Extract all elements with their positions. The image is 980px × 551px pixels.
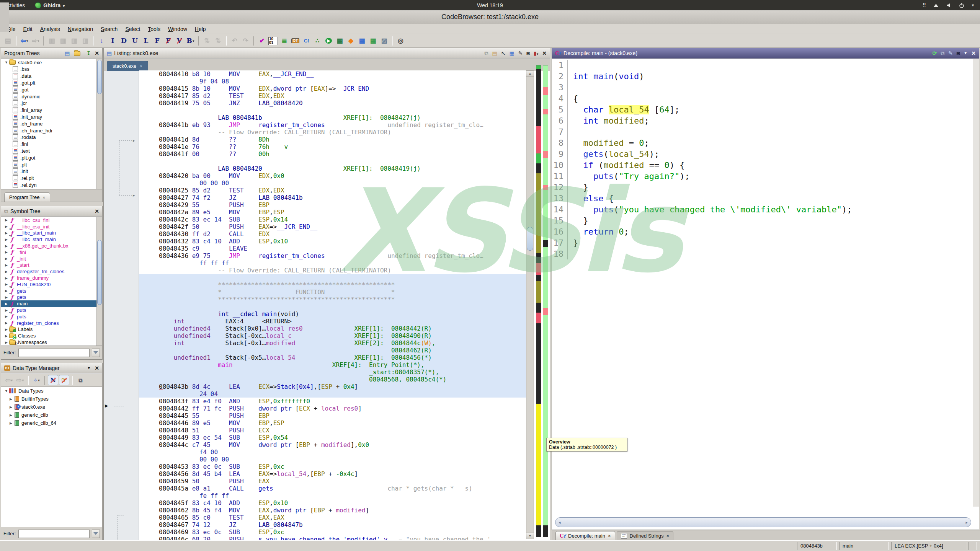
program-trees-close-icon[interactable]: ✕ [95, 50, 99, 56]
run-icon[interactable]: ▶ [323, 36, 334, 46]
listing-line[interactable] [139, 158, 526, 165]
menu-help[interactable]: Help [191, 25, 210, 33]
symbol--libc-csu-init[interactable]: ▶ƒ__libc_csu_init [1, 223, 96, 230]
listing-line[interactable]: 0804843f 83 e4 f0 AND ESP,0xfffffff0 [139, 398, 526, 405]
new-tree-icon[interactable]: ▤ [65, 51, 70, 56]
decompile-line-8[interactable]: 8 modified = 0; [552, 137, 973, 148]
function-f-icon[interactable]: F [152, 36, 162, 46]
re-decompile-icon[interactable]: ⟳ [932, 51, 937, 56]
symbol-labels[interactable]: ▶Labels [1, 326, 96, 333]
script-manager-icon[interactable]: ≣ [279, 36, 289, 46]
listing-code-area[interactable]: 08048410 b8 10 MOV EAX,__JCR_END__ 9f 04… [139, 70, 526, 540]
listing-line[interactable]: int __cdecl main(void) [139, 310, 526, 318]
call-graph-icon[interactable]: ∴ [312, 36, 323, 46]
menu-select[interactable]: Select [121, 25, 144, 33]
listing-line[interactable]: 0804842a 89 e5 MOV EBP,ESP [139, 209, 526, 216]
dtm-header[interactable]: DT Data Type Manager ▼ ✕ [1, 363, 102, 373]
program-tree-section.got.plt[interactable]: .got.plt [1, 80, 96, 86]
listing-line[interactable] [139, 303, 526, 310]
copy-icon[interactable]: ⧉ [941, 51, 944, 56]
decompile-line-10[interactable]: 10 if (modified == 0) { [552, 160, 973, 171]
binary-view-icon[interactable]: 10 01 [268, 36, 278, 46]
redo-icon[interactable]: ↷ [240, 36, 251, 46]
tab-program-tree[interactable]: Program Tree× [4, 192, 50, 202]
listing-line[interactable]: 08048453 83 ec 0c SUB ESP,0xc [139, 463, 526, 470]
listing-line[interactable]: f4 00 [139, 448, 526, 456]
program-tree-root[interactable]: ▼stack0.exe [1, 59, 96, 66]
decompile-line-15[interactable]: 15 } [552, 215, 973, 226]
listing-line[interactable]: 08048436 e9 75 JMP register_tm_clones un… [139, 252, 526, 259]
decompile-line-5[interactable]: 5 char local_54 [64]; [552, 104, 973, 115]
dtm-filter-funnel-icon[interactable] [92, 530, 100, 538]
scroll-up-icon[interactable]: ▲ [526, 71, 534, 77]
listing-line[interactable]: -- Flow Override: CALL_RETURN (CALL_TERM… [139, 267, 526, 274]
dtm-archive-generic-clib-64[interactable]: ▶generic_clib_64 [1, 419, 102, 427]
listing-line[interactable]: 0804845f 83 c4 10 ADD ESP,0x10 [139, 499, 526, 507]
listing-vertical-scrollbar[interactable]: ▲ ▼ [526, 70, 534, 539]
symbol-filter-input[interactable] [18, 349, 90, 357]
symbol-tree-close-icon[interactable]: ✕ [95, 208, 99, 214]
listing-line[interactable]: 08048467 74 12 JZ LAB_0804847b [139, 521, 526, 528]
listing-line[interactable]: 0804841d 8d ?? 8Dh [139, 136, 526, 143]
listing-line[interactable]: 08048435 c9 LEAVE [139, 245, 526, 252]
symbol-register-tm-clones[interactable]: ▶ƒregister_tm_clones [1, 320, 96, 326]
symbol--libc-csu-fini[interactable]: ▶ƒ__libc_csu_fini [1, 217, 96, 223]
edit-icon[interactable]: ✎ [948, 51, 953, 56]
cursor-icon[interactable]: ↖ [501, 51, 506, 56]
decompile-header[interactable]: Cf Decompile: main - (stack0.exe) ⟳ ⧉ ✎ … [552, 48, 979, 59]
program-tree-section.rel.plt[interactable]: .rel.plt [1, 175, 96, 182]
listing-line[interactable]: 00 00 00 [139, 179, 526, 187]
label-l-icon[interactable]: L [141, 36, 151, 46]
program-trees-scrollbar[interactable] [96, 59, 102, 189]
listing-line[interactable]: 0804843b 8d 4c LEA ECX=>Stack[0x4],[ESP … [139, 383, 526, 390]
symbol-fun-080482f0[interactable]: ▶ƒFUN_080482f0 [1, 281, 96, 288]
decompile-line-1[interactable]: 1 [552, 60, 973, 71]
listing-line[interactable]: 08048415 8b 10 MOV EDX,dword ptr [EAX]=>… [139, 85, 526, 92]
symbol-puts[interactable]: ▶ƒ↷puts [1, 313, 96, 320]
listing-line[interactable]: main XREF[4]: Entry Point(*), [139, 361, 526, 368]
program-tree-section.got[interactable]: .got [1, 86, 96, 93]
symbol-frame-dummy[interactable]: ▶ƒframe_dummy [1, 275, 96, 281]
menu-analysis[interactable]: Analysis [36, 25, 64, 33]
overview-marker-bar[interactable] [536, 65, 541, 539]
menu-navigation[interactable]: Navigation [64, 25, 97, 33]
decompile-line-16[interactable]: 16 return 0; [552, 226, 973, 237]
tab-close-icon[interactable]: × [666, 533, 669, 539]
fields-icon[interactable]: ▦ [510, 51, 514, 56]
app-grid-icon[interactable]: ⠿ [923, 2, 926, 8]
snapshot-icon[interactable]: ◙ [957, 51, 960, 56]
memory-block-icon-1[interactable]: ▥ [47, 36, 57, 46]
listing-line[interactable]: 08048445 55 PUSH EBP [139, 412, 526, 419]
memory-chip-icon[interactable]: ▦ [335, 36, 345, 46]
memory-block-icon-3[interactable]: ▥ [69, 36, 79, 46]
listing-line[interactable]: -- Flow Override: CALL_RETURN (CALL_TERM… [139, 129, 526, 136]
dtm-archive-builtintypes[interactable]: ▶BuiltInTypes [1, 395, 102, 403]
tab-close-icon[interactable]: × [608, 533, 611, 539]
listing-line[interactable]: 0804844c c7 45 MOV dword ptr [EBP + modi… [139, 441, 526, 448]
listing-line[interactable]: LAB_0804841b XREF[1]: 08048427(j) [139, 114, 526, 121]
listing-line[interactable]: 08048568, 080485c4(*) [139, 376, 526, 383]
listing-line[interactable]: 08048446 89 e5 MOV EBP,ESP [139, 419, 526, 427]
listing-line[interactable]: 0804841b eb 93 JMP register_tm_clones un… [139, 121, 526, 129]
listing-line[interactable]: int EAX:4 <RETURN> [139, 318, 526, 325]
decompile-line-3[interactable]: 3 [552, 82, 973, 93]
decompile-line-12[interactable]: 12 } [552, 182, 973, 193]
decompile-vertical-scrollbar[interactable] [973, 59, 979, 507]
scroll-down-icon[interactable]: ▼ [526, 533, 534, 539]
dtm-filter-arrays-icon[interactable]: N [48, 375, 58, 385]
listing-line[interactable]: 08048427 74 f2 JZ LAB_0804841b [139, 194, 526, 201]
listing-line[interactable]: 00 00 00 [139, 456, 526, 463]
menu-edit[interactable]: Edit [20, 25, 36, 33]
listing-line[interactable]: undefined1 Stack[-0x5…local_54 XREF[1]: … [139, 354, 526, 361]
decompile-line-13[interactable]: 13 else { [552, 193, 973, 204]
program-tree-section.init[interactable]: .init [1, 168, 96, 175]
listing-close-icon[interactable]: ✕ [542, 50, 547, 56]
dtm-archive-generic-clib[interactable]: ▶generic_clib [1, 411, 102, 419]
diamond-icon[interactable]: ◆ [346, 36, 356, 46]
symbol-main[interactable]: ▶ƒmain [1, 300, 96, 307]
listing-line[interactable]: 08048456 8d 45 b4 LEA EAX=>local_54,[EBP… [139, 470, 526, 478]
dtm-root[interactable]: ▼Data Types [1, 387, 102, 395]
symbol--init[interactable]: ▶ƒ_init [1, 256, 96, 262]
decompile-line-14[interactable]: 14 puts("you have changed the \'modified… [552, 204, 973, 215]
symbol-tree-scrollbar[interactable] [96, 217, 102, 346]
